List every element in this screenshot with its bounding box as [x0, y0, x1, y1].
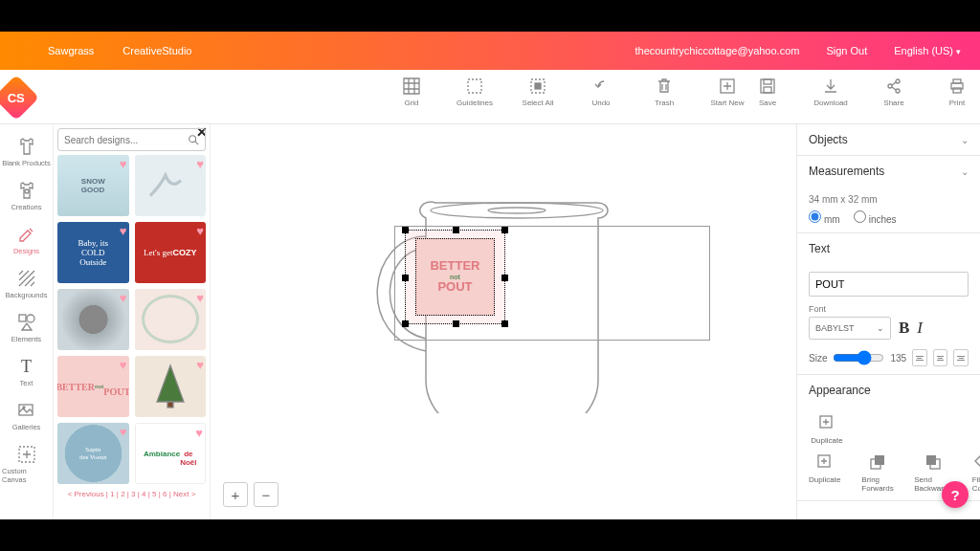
heart-icon[interactable]: ♥ [120, 291, 127, 305]
sidebar-custom-canvas[interactable]: Custom Canvas [0, 438, 53, 491]
sidebar-backgrounds[interactable]: Backgrounds [0, 262, 53, 306]
design-thumb[interactable]: SNOWGOOD♥ [57, 155, 129, 216]
print-tool[interactable]: Print [937, 77, 977, 107]
grid-icon [403, 77, 420, 95]
chevron-down-icon: ▾ [956, 47, 961, 56]
heart-icon[interactable]: ♥ [120, 157, 127, 171]
fill-color-button[interactable]: Fill Color [972, 452, 980, 493]
selected-design-object[interactable]: BETTER not POUT [405, 230, 505, 324]
svg-point-17 [23, 407, 25, 408]
design-browser: ✕ SNOWGOOD♥ ♥ Baby, itsCOLDOutside♥ Let'… [54, 124, 211, 519]
objects-section-header[interactable]: Objects⌄ [797, 124, 980, 155]
measurements-section-header[interactable]: Measurements⌄ [797, 156, 980, 187]
guidelines-tool[interactable]: Guidelines [455, 77, 495, 107]
share-tool[interactable]: Share [874, 77, 914, 107]
help-fab[interactable]: ? [942, 481, 969, 508]
heart-icon[interactable]: ♥ [196, 157, 204, 171]
font-select[interactable]: BABYLST⌄ [809, 317, 891, 340]
heart-icon[interactable]: ♥ [196, 358, 204, 372]
svg-point-7 [888, 84, 892, 88]
app-logo[interactable]: CS [0, 70, 33, 124]
resize-handle[interactable] [402, 227, 409, 233]
trash-tool[interactable]: Trash [644, 77, 684, 107]
heart-icon[interactable]: ♥ [196, 224, 204, 238]
download-icon [822, 77, 839, 95]
pager[interactable]: < Previous | 1 | 2 | 3 | 4 | 5 | 6 | Nex… [57, 490, 206, 498]
bring-forwards-button[interactable]: Bring Forwards [861, 452, 893, 493]
svg-rect-28 [926, 455, 936, 465]
print-icon [948, 77, 966, 95]
design-thumb[interactable]: ♥ [57, 289, 129, 350]
text-section-header[interactable]: Text [797, 233, 980, 264]
design-thumb[interactable]: ♥ [135, 155, 207, 216]
undo-tool[interactable]: Undo [581, 77, 621, 107]
select-all-tool[interactable]: Select All [518, 77, 558, 107]
design-thumb[interactable]: BETTERnotPOUT♥ [57, 356, 129, 417]
sidebar-galleries[interactable]: Galleries [0, 394, 53, 438]
resize-handle[interactable] [453, 227, 459, 233]
design-thumb[interactable]: ♥ [135, 289, 207, 350]
user-email[interactable]: thecountrychiccottage@yahoo.com [635, 45, 799, 56]
canvas-area[interactable]: BETTER not POUT + − [211, 124, 796, 519]
resize-handle[interactable] [501, 320, 508, 327]
svg-rect-4 [761, 79, 774, 93]
design-thumb[interactable]: Sapindes Voeux♥ [57, 423, 129, 484]
zoom-in-button[interactable]: + [223, 482, 248, 507]
brand-creativestudio[interactable]: CreativeStudio [122, 45, 191, 56]
sidebar-creations[interactable]: Creations [0, 174, 53, 218]
sidebar-text[interactable]: TText [0, 350, 53, 394]
design-text-line: BETTER [430, 259, 479, 273]
heart-icon[interactable]: ♥ [196, 291, 204, 305]
language-selector[interactable]: English (US)▾ [894, 45, 961, 56]
resize-handle[interactable] [453, 320, 459, 327]
resize-handle[interactable] [501, 275, 508, 281]
duplicate-button[interactable]: Duplicate [809, 452, 840, 493]
resize-handle[interactable] [402, 320, 409, 327]
grid-tool[interactable]: Grid [391, 77, 432, 107]
design-text-line: POUT [437, 280, 472, 294]
brand-sawgrass[interactable]: Sawgrass [48, 45, 94, 56]
appearance-section-header[interactable]: Appearance [797, 375, 980, 406]
duplicate-icon [817, 413, 836, 432]
size-slider[interactable] [833, 350, 884, 365]
resize-handle[interactable] [501, 227, 508, 233]
design-thumb[interactable]: ♥ [135, 356, 207, 417]
unit-mm-radio[interactable]: mm [809, 210, 840, 225]
sidebar-elements[interactable]: Elements [0, 306, 53, 350]
align-right-button[interactable] [953, 349, 969, 366]
svg-point-15 [27, 315, 34, 322]
heart-icon[interactable]: ♥ [120, 358, 127, 372]
dimensions-readout: 34 mm x 32 mm [809, 194, 969, 205]
heart-icon[interactable]: ♥ [195, 426, 203, 440]
search-input[interactable] [57, 128, 206, 151]
download-tool[interactable]: Download [811, 77, 851, 107]
italic-button[interactable]: I [917, 319, 923, 338]
sidebar-designs[interactable]: Designs [0, 218, 53, 262]
heart-icon[interactable]: ♥ [120, 224, 127, 238]
resize-handle[interactable] [402, 275, 409, 281]
font-label: Font [809, 304, 969, 314]
bold-button[interactable]: B [899, 319, 909, 338]
designs-icon [17, 225, 36, 244]
guidelines-icon [466, 77, 483, 95]
heart-icon[interactable]: ♥ [120, 425, 127, 439]
duplicate-button-top[interactable]: Duplicate [809, 413, 845, 445]
galleries-icon [17, 401, 36, 420]
align-center-button[interactable] [933, 349, 948, 366]
save-tool[interactable]: Save [747, 77, 788, 107]
chevron-down-icon: ⌄ [877, 323, 884, 333]
sidebar-blank-products[interactable]: Blank Products [0, 130, 53, 174]
design-thumb[interactable]: AmbiancedeNoël♥ [135, 423, 207, 484]
align-left-button[interactable] [912, 349, 927, 366]
svg-rect-11 [953, 79, 961, 83]
unit-inches-radio[interactable]: inches [854, 210, 897, 225]
svg-rect-2 [535, 83, 541, 89]
start-new-tool[interactable]: Start New [707, 77, 747, 107]
zoom-out-button[interactable]: − [254, 482, 278, 507]
svg-rect-26 [875, 455, 884, 465]
sign-out-link[interactable]: Sign Out [826, 45, 867, 56]
left-sidebar: Blank Products Creations Designs Backgro… [0, 124, 54, 519]
design-thumb[interactable]: Baby, itsCOLDOutside♥ [57, 222, 129, 283]
design-thumb[interactable]: Let's getCOZY♥ [135, 222, 207, 283]
text-content-input[interactable] [809, 272, 969, 297]
